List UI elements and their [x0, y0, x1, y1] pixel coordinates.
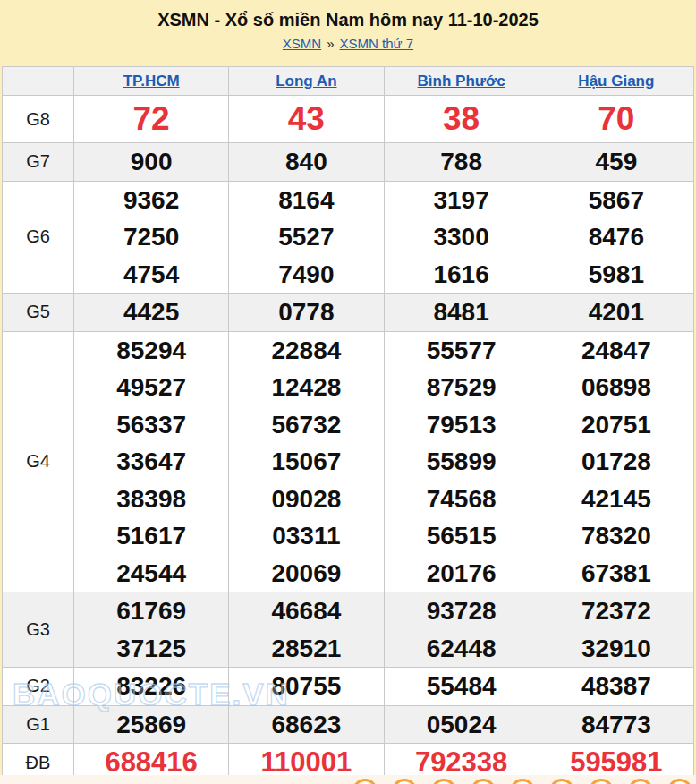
prize-number: 03311 — [229, 517, 383, 555]
prize-number: 70 — [539, 96, 693, 142]
prize-number: 0778 — [229, 294, 383, 331]
prize-number: 93728 — [385, 592, 539, 630]
prize-number: 05024 — [385, 706, 539, 744]
prize-number: 01728 — [539, 443, 693, 481]
column-header-haugiang: Hậu Giang — [539, 67, 693, 96]
prize-label-g1: G1 — [3, 705, 74, 744]
results-table: TP.HCM Long An Bình Phước Hậu Giang G8 7… — [2, 66, 694, 782]
page-header: XSMN - Xổ số miền Nam hôm nay 11-10-2025… — [0, 0, 696, 51]
prize-number: 4425 — [74, 294, 228, 331]
column-header-binhphuoc-link[interactable]: Bình Phước — [418, 72, 505, 89]
prize-number: 46684 — [229, 592, 383, 630]
prize-number: 8476 — [539, 218, 693, 256]
prize-number: 25869 — [74, 706, 228, 744]
prize-number: 12428 — [229, 369, 383, 406]
prize-row-g2: G2 83226 80755 55484 48387 — [3, 668, 694, 706]
prize-number: 80755 — [229, 668, 383, 705]
prize-row-g3: G3 61769 37125 46684 28521 93728 62448 7… — [3, 592, 694, 668]
prize-number: 85294 — [74, 332, 228, 370]
lotto-ball-icon — [431, 779, 456, 784]
prize-number: 43 — [229, 96, 383, 142]
prize-number: 5867 — [539, 182, 693, 219]
prize-number: 22884 — [229, 332, 383, 370]
column-header-longan: Long An — [229, 67, 384, 96]
prize-number: 38 — [385, 96, 539, 142]
prize-number: 4201 — [539, 294, 693, 331]
prize-number: 5981 — [539, 256, 693, 294]
lotto-ball-strip — [0, 775, 696, 784]
prize-number: 788 — [385, 143, 539, 181]
prize-number: 1616 — [385, 256, 539, 294]
prize-number: 5527 — [229, 218, 383, 256]
prize-number: 840 — [229, 143, 383, 181]
page-title: XSMN - Xổ số miền Nam hôm nay 11-10-2025 — [0, 10, 696, 30]
breadcrumb-link-xsmn-thu7[interactable]: XSMN thứ 7 — [340, 36, 414, 51]
prize-number: 78320 — [539, 517, 693, 555]
prize-number: 20751 — [539, 406, 693, 444]
prize-number: 3300 — [385, 218, 539, 256]
prize-number: 459 — [539, 143, 693, 181]
prize-number: 4754 — [74, 256, 228, 294]
prize-row-g5: G5 4425 0778 8481 4201 — [3, 294, 694, 332]
prize-label-g3: G3 — [3, 592, 74, 668]
table-header-row: TP.HCM Long An Bình Phước Hậu Giang — [3, 67, 694, 96]
prize-row-g1: G1 25869 68623 05024 84773 — [3, 705, 694, 744]
prize-number: 48387 — [539, 668, 693, 705]
column-header-longan-link[interactable]: Long An — [276, 72, 336, 89]
prize-number: 15067 — [229, 443, 383, 481]
prize-number: 79513 — [385, 406, 539, 444]
lotto-ball-icon — [628, 779, 653, 784]
prize-number: 20176 — [385, 555, 539, 592]
breadcrumb-separator: » — [327, 36, 334, 51]
lotto-ball-icon — [549, 779, 574, 784]
lotto-ball-icon — [471, 779, 496, 784]
prize-number: 49527 — [74, 369, 228, 406]
prize-number: 38398 — [74, 481, 228, 518]
prize-number: 72 — [74, 96, 228, 142]
prize-number: 8481 — [385, 294, 539, 331]
prize-label-g8: G8 — [3, 96, 74, 143]
prize-number: 8164 — [229, 182, 383, 219]
prize-number: 56732 — [229, 406, 383, 444]
prize-number: 84773 — [539, 706, 693, 744]
column-header-haugiang-link[interactable]: Hậu Giang — [578, 72, 654, 89]
header-empty-cell — [3, 67, 74, 96]
column-header-tphcm: TP.HCM — [74, 67, 229, 96]
prize-label-g7: G7 — [3, 143, 74, 182]
breadcrumb: XSMN»XSMN thứ 7 — [0, 36, 696, 51]
prize-number: 72372 — [539, 592, 693, 630]
prize-number: 55899 — [385, 443, 539, 481]
prize-number: 67381 — [539, 555, 693, 592]
prize-number: 06898 — [539, 369, 693, 406]
prize-number: 87529 — [385, 369, 539, 406]
prize-number: 55577 — [385, 332, 539, 370]
prize-row-g4: G4 85294 49527 56337 33647 38398 51617 2… — [3, 331, 694, 592]
prize-label-g6: G6 — [3, 181, 74, 294]
prize-number: 33647 — [74, 443, 228, 481]
lotto-ball-icon — [589, 779, 614, 784]
prize-row-g8: G8 72 43 38 70 — [3, 96, 694, 143]
prize-label-g5: G5 — [3, 294, 74, 332]
prize-number: 9362 — [74, 182, 228, 219]
prize-number: 55484 — [385, 668, 539, 705]
lotto-ball-icon — [510, 779, 535, 784]
prize-number: 09028 — [229, 481, 383, 518]
prize-number: 900 — [74, 143, 228, 181]
prize-number: 83226 — [74, 668, 228, 705]
prize-number: 56515 — [385, 517, 539, 555]
prize-number: 3197 — [385, 182, 539, 219]
column-header-tphcm-link[interactable]: TP.HCM — [123, 72, 180, 89]
lotto-ball-icon — [667, 779, 692, 784]
prize-number: 51617 — [74, 517, 228, 555]
breadcrumb-link-xsmn[interactable]: XSMN — [283, 36, 321, 51]
prize-number: 68623 — [229, 706, 383, 744]
prize-label-g2: G2 — [3, 668, 74, 706]
prize-number: 24544 — [74, 555, 228, 592]
results-table-wrapper: TP.HCM Long An Bình Phước Hậu Giang G8 7… — [2, 66, 694, 782]
prize-number: 28521 — [229, 630, 383, 668]
prize-number: 74568 — [385, 481, 539, 518]
prize-number: 62448 — [385, 630, 539, 668]
prize-number: 7490 — [229, 256, 383, 294]
prize-number: 20069 — [229, 555, 383, 592]
lotto-ball-icon — [352, 779, 378, 784]
